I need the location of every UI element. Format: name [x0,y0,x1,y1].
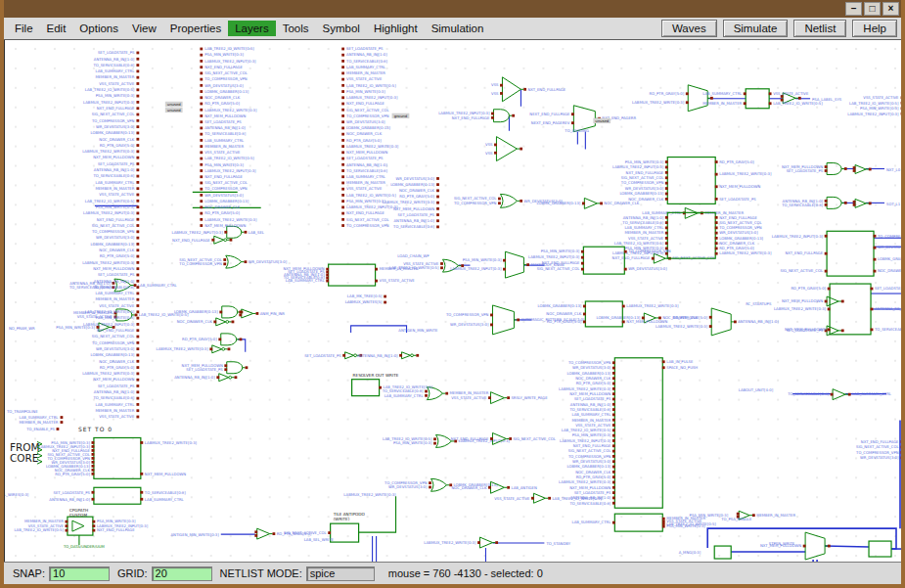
net-label[interactable]: RD_PTR_GRAY[5:0] [100,365,135,370]
menu-item-file[interactable]: File [8,21,40,36]
net-label[interactable]: LAB_TREE2_IO_WRITE[0:5] [849,101,899,106]
net-label[interactable]: VSS_STATE_ACTIVE [380,278,416,283]
net-label[interactable]: LABMUX_TREE2_WRITE[0:3] [719,171,772,176]
net-label[interactable]: TO_COMPRESSOR_VPN [91,118,135,123]
net-label[interactable]: LAB_IN_PULSE [662,359,694,364]
net-label[interactable]: NXT_MEM_PULLDOWN [626,319,667,324]
help-button[interactable]: Help [852,20,897,37]
schematic-text[interactable]: RESOLVER OUT WRITE [353,373,399,378]
net-flag[interactable]: unused [165,102,183,107]
net-label[interactable]: LABMUX_WRITES[5] [345,299,383,304]
net-label[interactable]: NO_PRAM_WR [9,326,35,331]
net-label[interactable]: ANTENNA_RB_INJ[1:0] [49,497,90,502]
net-label[interactable]: TO_COMPRESSOR_VPN [567,360,611,365]
net-label[interactable]: SET_LOADSTATE_PS [98,161,135,166]
net-label[interactable]: WR_DEVSTATUS[3:0] [572,459,611,464]
net-label[interactable]: NOC_DRAWER_CLK [99,137,135,142]
net-label[interactable]: LAB_TREE2_IO_WRITE[0:5] [346,83,396,88]
net-label[interactable]: TO_DATA/UNDER/UUM [63,544,105,549]
net-label[interactable]: ANTENNA_RB_INJ[1:0] [174,375,215,380]
net-label[interactable]: LAB_SEL [249,230,265,235]
net-label[interactable]: VSS_STATE_ACTIVE [99,81,135,86]
net-label[interactable]: TO_COMPRESSOR_VPN [178,261,222,266]
net-label[interactable]: TO_COMPRESSOR_VPN [91,229,135,234]
net-label[interactable]: TO_SERVICEABLE[0:8] [92,395,134,400]
net-label[interactable]: LOBMK_GRABBER[0:13] [174,309,218,314]
net-label[interactable]: LOBMK_GRABBER[0:13] [566,371,611,376]
net-label[interactable]: TO_SERVICEABLE[0:8] [568,407,611,412]
net-label[interactable]: MEMBER_IN_MASTER [702,101,742,106]
net-label[interactable]: LAB_TREE2_IO_WRITE[0:5] [562,428,611,432]
net-label[interactable]: SIG_NEXT_ACTIVE_COL [92,334,135,339]
net-label[interactable]: WR_DEVSTATUS[3:0] [388,484,428,489]
net-label[interactable]: NOC_DRAWER_CLK [346,131,383,136]
net-label[interactable]: MEMBER_IN_MASTER [380,266,419,271]
net-label[interactable]: LOBMK_GRABBER[0:13] [566,464,611,469]
net-label[interactable]: STPSN_WRITE [769,541,795,546]
schematic-text[interactable]: SET TO 0 [78,427,113,433]
net-label[interactable]: NOC_DRAWER_CLK [451,485,487,490]
net-label[interactable]: TO_SERVICEABLE[0:8] [874,327,901,332]
net-label[interactable]: RD_PTR_GRAY[5:0] [100,143,135,148]
net-label[interactable]: RD_PTR_GRAY[5:0] [55,472,90,476]
net-label[interactable]: LAB_SUMMARY_CTRL [571,520,611,524]
net-label[interactable]: SIG_NEXT_ACTIVE_COL [346,108,389,113]
net-label[interactable]: ANTENNA_RB_INJ[1:0] [570,402,611,407]
net-label[interactable]: TO_COMPRESSOR_VPN [345,113,389,118]
net-label[interactable]: SPACE_NO_PUSH [666,365,698,370]
net-label[interactable]: NOC_DRAWER_CLK [399,188,435,193]
flag-text[interactable]: ground [394,113,408,118]
net-label[interactable]: WR_DEVSTATUS[3:0] [625,186,664,191]
net-label[interactable]: SET_LOADSTATE_PS [719,197,756,202]
net-label[interactable]: SIG_NEXT_ACTIVE_COL [346,217,389,222]
net-label[interactable]: NO_PRAM_WR [9,326,35,331]
net-label[interactable]: VSS [485,151,493,156]
net-label[interactable]: ANTENNA_RB_INJ[1:0] [94,57,135,62]
net-label[interactable]: NXT_MEM_PULLDOWN [204,113,246,118]
net-label[interactable]: WR_DEVSTATUS[3:0] [249,259,288,264]
net-label[interactable]: LABMUX_TREE2_INPUT[0:3] [612,164,664,169]
net-label[interactable]: VSS [491,82,499,87]
net-label[interactable]: NXT_MEM_PULLDOWN [569,391,611,396]
schematic-text[interactable]: (WRITE) [334,517,350,521]
net-label[interactable]: TO_COMPRESSOR_VPN [718,225,762,230]
net-label[interactable]: NXT_END_FULLPAGE [626,170,664,175]
net-label[interactable]: PSA_MIN_WRITE[0:3] [96,93,135,98]
net-label[interactable]: LABMUX_WRITES[5] [345,299,386,304]
net-label[interactable]: LABMUX_TREE2_WRITE[0:3] [632,100,685,105]
net-label[interactable]: MEMBER_IN_MASTER [95,186,134,191]
net-label[interactable]: NXT_END_FULLPAGE [452,115,490,120]
net-label[interactable]: LABOUT_UNIT[4:0] [739,387,774,392]
net-label[interactable]: NOC_DRAWER_CLK [177,319,213,324]
net-label[interactable]: LAB_TREE2_IO_WRITE[0:5] [204,46,254,51]
net-label[interactable]: LABMUX_TREE2_WRITE[0:3] [204,217,257,222]
net-label[interactable]: SOT_L1 [886,202,901,206]
net-label[interactable]: TO_SERVICEABLE[0:8] [92,63,134,68]
net-label[interactable]: NXT_L0 [886,167,901,172]
net-label[interactable]: RD_PTR_GRAY[5:0] [182,337,217,341]
net-label[interactable]: PSA_MIN_WRITE[0:3] [96,204,135,209]
net-label[interactable]: RD_PTR_GRAY[5:0] [100,253,135,258]
net-label[interactable]: LOAD_CHAIN_WP [397,253,430,258]
net-label[interactable]: TO_SERVICEABLE[0:8] [568,501,611,506]
net-label[interactable]: VSS [491,91,499,96]
net-label[interactable]: LAB_SEL_WRITE [304,537,335,542]
net-label[interactable]: WR_DEVSTATUS[3:0] [96,124,135,129]
net-label[interactable]: SET_LOADSTATE_PS [53,490,90,495]
net-label[interactable]: LAB_IN_PULSE [666,359,694,364]
net-label[interactable]: TO_SERVICEABLE[0:8] [781,203,823,207]
net-label[interactable]: RD_PTR_GRAY[5:0] [346,138,382,143]
net-label[interactable]: SIG_NEXT_ACTIVE_COL [537,266,580,271]
net-label[interactable]: NXT_END_FULLPAGE [204,174,243,179]
net-label[interactable]: LABMUX_TREE2_WRITE[0:3] [346,144,399,149]
net-label[interactable]: LAB_TREE2_IO_WRITE[0:5] [614,241,664,246]
net-label[interactable]: LAB_SUMMARY_CTRL [145,497,185,502]
net-label[interactable]: TO_LOADING [564,128,589,133]
net-label[interactable]: NOC_DRAWER_CLK [575,470,611,475]
net-label[interactable]: TO_TRAMPOLINE [6,409,38,414]
net-label[interactable]: VSS_STATE_ACTIVE [99,303,135,308]
net-label[interactable]: ANTENNA_RB_INJ[1:0] [875,306,901,311]
net-label[interactable]: PSA_MIN_WRITE[0:3] [463,257,502,262]
net-label[interactable]: ANTENNA_RB_INJ[1:0] [623,215,664,220]
net-label[interactable]: ANM_PIN_INR [260,311,286,316]
